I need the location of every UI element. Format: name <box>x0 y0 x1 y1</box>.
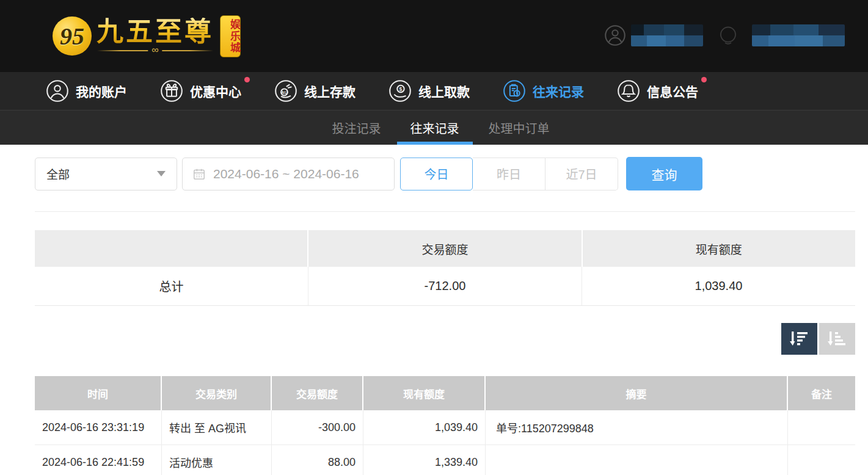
table-row: 2024-06-16 22:41:59 活动优惠 88.00 1,339.40 <box>35 445 855 475</box>
quick-range-yesterday[interactable]: 昨日 <box>473 158 545 190</box>
quick-range-label: 今日 <box>425 165 449 183</box>
deposit-icon: AU <box>274 79 297 103</box>
gift-icon <box>160 79 183 103</box>
logo-monogram-icon: 95 <box>53 16 92 56</box>
quick-range-today[interactable]: 今日 <box>400 158 473 190</box>
bell-icon <box>617 79 640 103</box>
record-tabs: 投注记录 往来记录 处理中订单 <box>0 110 868 145</box>
nav-item-promotions[interactable]: 优惠中心 <box>160 79 241 103</box>
cell-amount: -300.00 <box>272 410 363 444</box>
balance-icon <box>709 24 747 46</box>
notification-dot <box>701 77 707 82</box>
sort-descending-icon <box>789 329 810 349</box>
cell-time: 2024-06-16 23:31:19 <box>35 410 162 444</box>
svg-text:$: $ <box>399 86 403 92</box>
tab-label: 处理中订单 <box>489 119 550 137</box>
section-divider <box>35 211 855 212</box>
cell-time: 2024-06-16 22:41:59 <box>35 445 162 475</box>
summary-header-trade-amount: 交易额度 <box>308 230 582 267</box>
header-balance: 现有额度 <box>363 376 486 410</box>
summary-total-row: 总计 -712.00 1,039.40 <box>35 267 855 306</box>
cell-balance: 1,039.40 <box>363 410 486 444</box>
cell-note <box>788 445 855 475</box>
cell-balance: 1,339.40 <box>363 445 486 475</box>
site-logo[interactable]: 95 九五至尊 ∞ 娱乐城 <box>53 15 241 57</box>
summary-header-row: 交易额度 现有额度 <box>35 230 855 267</box>
cell-amount: 88.00 <box>272 445 363 475</box>
summary-total-label: 总计 <box>35 267 308 305</box>
nav-item-announcements[interactable]: 信息公告 <box>617 79 698 103</box>
nav-label: 优惠中心 <box>190 82 241 100</box>
summary-header-empty <box>35 230 308 267</box>
records-icon <box>503 79 526 103</box>
tab-transaction-records[interactable]: 往来记录 <box>397 111 473 145</box>
primary-nav: 我的账户 优惠中心 AU 线上存款 $ 线上取款 <box>0 72 868 110</box>
nav-label: 信息公告 <box>647 82 698 100</box>
records-table: 时间 交易类别 交易额度 现有额度 摘要 备注 2024-06-16 23:31… <box>35 376 855 475</box>
tab-label: 往来记录 <box>410 119 459 137</box>
main-content: 全部 2024-06-16 ~ 2024-06-16 今日 昨日 近7日 查询 <box>0 145 868 475</box>
nav-label: 往来记录 <box>533 82 584 100</box>
cell-type: 活动优惠 <box>162 445 272 475</box>
sort-ascending-icon <box>827 329 848 349</box>
cell-note <box>788 410 855 444</box>
header-type: 交易类别 <box>162 376 272 410</box>
calendar-icon <box>192 167 206 181</box>
user-circle-icon <box>604 24 626 46</box>
brand-header: 95 九五至尊 ∞ 娱乐城 <box>0 0 868 72</box>
quick-range-label: 近7日 <box>566 165 597 183</box>
user-icon <box>46 79 69 103</box>
select-value: 全部 <box>46 165 70 182</box>
header-time: 时间 <box>35 376 162 410</box>
header-note: 备注 <box>788 376 855 410</box>
quick-range-label: 昨日 <box>497 165 521 183</box>
summary-table: 交易额度 现有额度 总计 -712.00 1,039.40 <box>35 230 855 306</box>
logo-flourish-icon: ∞ <box>97 47 213 54</box>
censored-username <box>631 24 703 46</box>
tab-pending-orders[interactable]: 处理中订单 <box>475 111 563 145</box>
sort-controls <box>35 323 855 355</box>
sort-descending-button[interactable] <box>781 323 817 355</box>
date-range-value: 2024-06-16 ~ 2024-06-16 <box>213 167 359 181</box>
nav-item-deposit[interactable]: AU 线上存款 <box>274 79 356 103</box>
header-amount: 交易额度 <box>272 376 363 410</box>
search-button[interactable]: 查询 <box>626 157 702 190</box>
date-range-input[interactable]: 2024-06-16 ~ 2024-06-16 <box>182 158 395 190</box>
nav-label: 我的账户 <box>76 82 127 100</box>
nav-label: 线上取款 <box>418 82 470 100</box>
records-header-row: 时间 交易类别 交易额度 现有额度 摘要 备注 <box>35 376 855 410</box>
withdraw-icon: $ <box>388 79 412 103</box>
nav-item-transaction-records[interactable]: 往来记录 <box>503 79 584 103</box>
tab-betting-records[interactable]: 投注记录 <box>319 111 395 145</box>
tab-label: 投注记录 <box>332 119 381 137</box>
user-account-area <box>604 24 845 46</box>
nav-label: 线上存款 <box>304 82 356 100</box>
quick-range-last7days[interactable]: 近7日 <box>545 158 618 190</box>
table-row: 2024-06-16 23:31:19 转出 至 AG视讯 -300.00 1,… <box>35 410 855 445</box>
sort-ascending-button[interactable] <box>819 323 855 355</box>
logo-badge: 娱乐城 <box>220 15 241 57</box>
notification-dot <box>244 77 250 82</box>
summary-header-balance: 现有额度 <box>583 230 855 267</box>
censored-balance <box>752 24 845 46</box>
header-summary: 摘要 <box>486 376 788 410</box>
summary-trade-amount-value: -712.00 <box>308 267 582 305</box>
nav-item-my-account[interactable]: 我的账户 <box>46 79 127 103</box>
cell-type: 转出 至 AG视讯 <box>162 410 272 444</box>
cell-summary <box>486 445 788 475</box>
quick-range-group: 今日 昨日 近7日 <box>400 158 618 190</box>
transaction-type-select[interactable]: 全部 <box>35 158 177 190</box>
filter-bar: 全部 2024-06-16 ~ 2024-06-16 今日 昨日 近7日 查询 <box>35 157 855 190</box>
svg-text:AU: AU <box>281 90 288 95</box>
cell-summary: 单号:115207299848 <box>486 410 788 444</box>
chevron-down-icon <box>157 171 166 176</box>
logo-name: 九五至尊 <box>97 18 214 46</box>
nav-item-withdraw[interactable]: $ 线上取款 <box>388 79 470 103</box>
summary-balance-value: 1,039.40 <box>582 267 855 305</box>
